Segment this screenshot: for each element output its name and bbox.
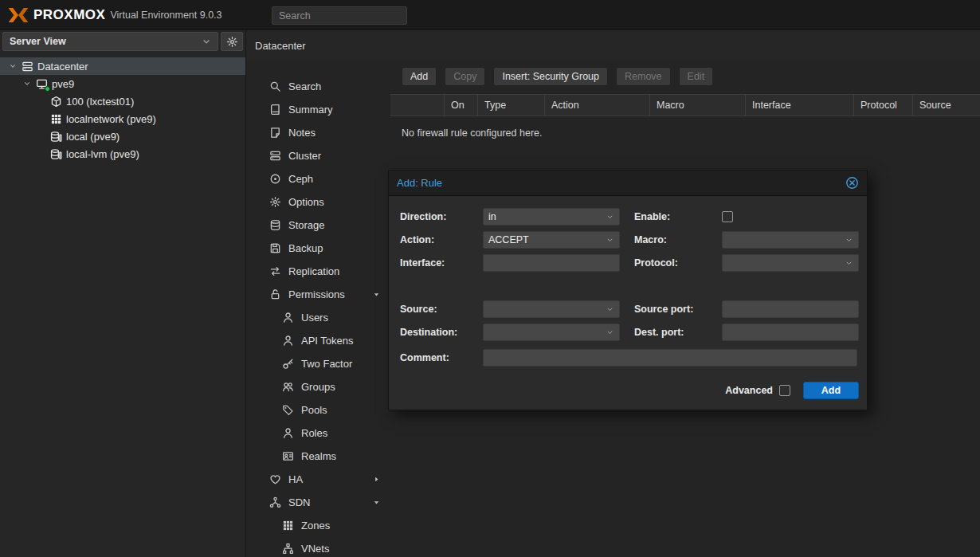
dialog-title: Add: Rule [397,177,442,189]
macro-select[interactable] [722,231,859,249]
interface-input[interactable] [483,254,620,272]
users-icon [282,381,294,393]
column-header-on[interactable]: On [445,95,478,116]
dest-port-input[interactable] [722,324,859,341]
nav-item-notes[interactable]: Notes [247,121,390,144]
dialog-add-button[interactable]: Add [803,382,859,399]
nav-item-two-factor[interactable]: Two Factor [247,352,390,375]
field-label: Comment: [400,352,483,363]
column-header-source[interactable]: Source [913,95,980,116]
toolbar-insert-security-group-button[interactable]: Insert: Security Group [493,67,608,86]
add-rule-dialog: Add: Rule Direction:inEnable:Action:ACCE… [388,170,868,410]
nav-item-storage[interactable]: Storage [247,214,390,237]
cube-icon [50,96,62,108]
dialog-close-button[interactable] [845,176,859,190]
column-header-action[interactable]: Action [545,95,650,116]
nav-item-pools[interactable]: Pools [247,398,390,422]
global-search-input[interactable] [272,6,407,25]
nav-item-groups[interactable]: Groups [247,375,390,398]
column-header-interface[interactable]: Interface [746,95,854,116]
tree-item-label: 100 (lxctest01) [66,96,134,108]
column-header-protocol[interactable]: Protocol [854,95,913,116]
nav-item-realms[interactable]: Realms [247,445,390,468]
field-label: Dest. port: [634,327,722,338]
nav-item-label: Replication [288,265,339,277]
nav-item-options[interactable]: Options [247,190,390,214]
nav-item-zones[interactable]: Zones [247,514,390,537]
gear-icon [269,196,281,208]
server-icon [22,61,33,73]
collapse-icon[interactable] [8,61,18,71]
field-protocol: Protocol: [634,254,859,272]
storage-drive-icon [50,148,62,160]
nav-item-label: Realms [301,450,336,462]
collapse-caret-icon[interactable] [372,498,381,507]
protocol-select[interactable] [722,254,859,272]
source-select[interactable] [483,300,620,318]
dialog-header[interactable]: Add: Rule [389,171,867,196]
field-label: Enable: [634,211,722,222]
nav-item-users[interactable]: Users [247,306,390,329]
nav-item-api-tokens[interactable]: API Tokens [247,329,390,352]
toolbar-copy-button[interactable]: Copy [445,67,485,86]
source-port-input[interactable] [722,300,859,318]
nav-item-sdn[interactable]: SDN [247,491,390,514]
tree-item-datacenter[interactable]: Datacenter [0,57,245,75]
nav-item-cluster[interactable]: Cluster [247,144,390,167]
field-destination: Destination: [400,324,623,341]
nav-item-label: Groups [301,381,335,393]
enable-checkbox[interactable] [722,211,733,222]
nav-item-roles[interactable]: Roles [247,422,390,445]
comment-input[interactable] [483,349,857,367]
field-label: Macro: [634,234,722,245]
person-icon [282,427,294,439]
toolbar-edit-button[interactable]: Edit [679,67,714,86]
field-label: Interface: [400,257,483,269]
chevron-down-icon [845,236,853,245]
heart-icon [269,473,281,485]
column-header-blank[interactable] [390,95,445,116]
chevron-down-icon [845,259,853,268]
field-dest-port: Dest. port: [634,324,859,341]
tree-item-pve9[interactable]: pve9 [0,75,245,92]
tree-item-label: Datacenter [37,61,88,73]
nav-item-permissions[interactable]: Permissions [247,283,390,306]
tree-item-local-pve9[interactable]: local (pve9) [0,127,245,145]
tags-icon [282,404,294,416]
destination-select[interactable] [483,324,620,341]
vnet-icon [282,543,294,555]
view-settings-button[interactable] [221,32,243,51]
tree-item-local-lvm-pve9[interactable]: local-lvm (pve9) [0,145,245,163]
advanced-checkbox[interactable] [779,385,790,396]
nav-item-replication[interactable]: Replication [247,260,390,283]
select-value: in [488,211,496,222]
toolbar-add-button[interactable]: Add [402,67,437,86]
nav-item-ceph[interactable]: Ceph [247,167,390,190]
column-header-macro[interactable]: Macro [650,95,746,116]
nav-item-search[interactable]: Search [247,75,390,98]
tree-item-100-lxctest01[interactable]: 100 (lxctest01) [0,92,245,110]
tree-indent [37,149,46,159]
collapse-caret-icon[interactable] [372,290,381,299]
expand-caret-icon[interactable] [372,475,381,484]
dialog-row: Source:Source port: [400,300,857,318]
dialog-row: Action:ACCEPTMacro: [400,231,857,249]
server-icon [269,150,281,162]
nav-item-ha[interactable]: HA [247,468,390,491]
field-comment: Comment: [400,349,857,367]
nav-item-summary[interactable]: Summary [247,98,390,121]
dialog-row: Comment: [400,349,857,367]
collapse-icon[interactable] [22,79,32,88]
field-action: Action:ACCEPT [400,231,623,249]
book-icon [269,104,281,116]
nav-item-vnets[interactable]: VNets [247,537,390,557]
field-label: Protocol: [634,257,722,269]
view-selector[interactable]: Server View [2,32,218,51]
nav-item-backup[interactable]: Backup [247,237,390,260]
direction-select[interactable]: in [483,208,620,226]
toolbar-remove-button[interactable]: Remove [616,67,671,86]
unlock-icon [269,288,281,300]
action-select[interactable]: ACCEPT [483,231,620,249]
column-header-type[interactable]: Type [478,95,545,116]
tree-item-localnetwork-pve9[interactable]: localnetwork (pve9) [0,110,245,127]
